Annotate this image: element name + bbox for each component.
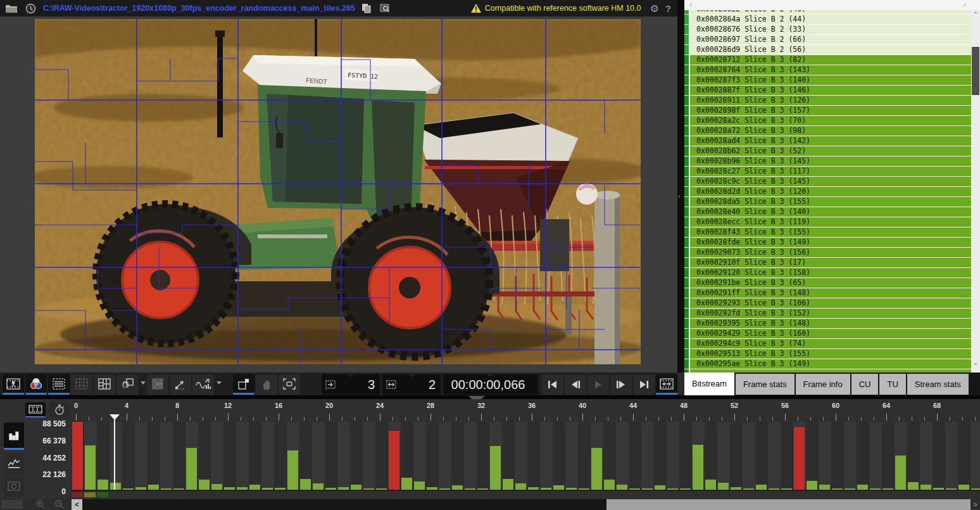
nal-unit-row[interactable]: 0x00028697 Slice B 2 (66) <box>684 35 971 45</box>
timeline-ruler[interactable]: 048121620242832364044485256606468 <box>72 400 980 421</box>
nal-unit-row[interactable]: 0x00028f43 Slice B 3 (155) <box>684 227 971 238</box>
collapse-panel-icon[interactable]: › <box>678 192 681 200</box>
nal-unit-row[interactable]: 0x00029293 Slice B 3 (106) <box>684 298 971 309</box>
nal-unit-row[interactable]: 0x00028d2d Slice B 3 (120) <box>684 187 971 197</box>
zoom-out-icon[interactable] <box>54 499 65 510</box>
frame-size-bar[interactable] <box>958 485 969 490</box>
nal-unit-row[interactable]: 0x000294c9 Slice B 3 (74) <box>684 339 971 349</box>
color-planes-button[interactable] <box>25 374 47 395</box>
nal-unit-row[interactable]: 0x00028712 Slice B 3 (82) <box>684 55 971 65</box>
nal-unit-row[interactable]: 0x000287f3 Slice B 3 (140) <box>684 75 971 86</box>
next-frame-button[interactable] <box>610 374 632 395</box>
file-path[interactable]: C:\RAW-Videos\tractor_1920x1080p_30fps_e… <box>43 4 355 13</box>
nal-unit-row[interactable]: 0x00029120 Slice B 3 (158) <box>684 268 971 278</box>
tab-tu[interactable]: TU <box>879 374 905 395</box>
frame-size-chart[interactable] <box>72 422 980 490</box>
frame-view-button[interactable] <box>3 374 24 395</box>
frame-size-bar[interactable] <box>908 482 919 490</box>
nal-unit-row[interactable]: 0x0002887f Slice B 3 (146) <box>684 86 971 96</box>
frame-size-bar[interactable] <box>553 485 564 490</box>
fit-to-window-button[interactable] <box>279 374 300 395</box>
frame-size-bar[interactable] <box>85 445 96 490</box>
nal-unit-row[interactable]: 0x0002864a Slice B 2 (44) <box>684 15 971 25</box>
scroll-right-button[interactable]: > <box>971 499 980 510</box>
nal-unit-row[interactable]: 0x00029429 Slice B 3 (160) <box>684 329 971 339</box>
frame-size-bar[interactable] <box>97 480 108 490</box>
tab-cu[interactable]: CU <box>851 374 879 395</box>
nal-unit-row[interactable]: 0x000295ae Slice B 3 (149) <box>684 359 971 369</box>
frame-size-bar[interactable] <box>313 483 324 490</box>
grid-view-button[interactable] <box>71 374 92 395</box>
tab-frame-stats[interactable]: Frame stats <box>736 374 795 395</box>
nal-unit-row[interactable]: 0x0002898f Slice B 3 (157) <box>684 106 971 116</box>
playhead-line[interactable] <box>114 416 115 490</box>
scroll-right-icon[interactable]: › <box>964 0 966 10</box>
frame-size-bar[interactable] <box>503 479 513 490</box>
frame-size-bar[interactable] <box>756 485 767 490</box>
waveform-stats-button[interactable] <box>192 374 214 395</box>
pan-hand-button[interactable] <box>256 374 277 395</box>
frame-size-bar[interactable] <box>705 480 716 490</box>
nal-unit-row[interactable]: 0x00028e40 Slice B 3 (140) <box>684 207 971 217</box>
nal-unit-row[interactable]: 0x00028a72 Slice B 3 (98) <box>684 126 971 136</box>
nal-unit-row[interactable]: 0x00029073 Slice B 3 (156) <box>684 248 971 258</box>
waveform-options-caret[interactable] <box>217 381 222 385</box>
nal-unit-row[interactable]: 0x00028b96 Slice B 3 (145) <box>684 156 971 167</box>
cu-partitions-button[interactable] <box>116 374 138 395</box>
nal-unit-row[interactable]: 0x000291ff Slice B 3 (148) <box>684 288 971 298</box>
frame-size-bar[interactable] <box>249 485 260 490</box>
nal-unit-row[interactable]: 0x00028911 Slice B 3 (126) <box>684 96 971 106</box>
frame-size-bar[interactable] <box>895 456 906 490</box>
frame-size-bar[interactable] <box>693 445 703 490</box>
frame-size-bar[interactable] <box>617 485 627 490</box>
timecode-field[interactable]: 00:00:00,066 <box>443 374 538 395</box>
frame-size-bar[interactable] <box>819 485 830 490</box>
frame-size-bar[interactable] <box>591 448 602 490</box>
nal-unit-row[interactable]: 0x00028c9c Slice B 3 (145) <box>684 177 971 187</box>
frame-size-bar[interactable] <box>300 479 311 490</box>
panel-splitter[interactable]: › <box>677 0 684 373</box>
frame-size-bar[interactable] <box>414 481 425 490</box>
nal-unit-row[interactable]: 0x00028676 Slice B 2 (33) <box>684 25 971 35</box>
nal-unit-row[interactable]: 0x000286d9 Slice B 2 (56) <box>684 45 971 55</box>
frame-size-bar[interactable] <box>857 485 868 490</box>
scroll-up-icon[interactable]: ⌃ <box>971 10 980 20</box>
nal-unit-row[interactable]: 0x00028b62 Slice B 3 (52) <box>684 146 971 156</box>
bitstream-nal-list[interactable]: 0x00028622 Slice B 2 (46)0x0002864a Slic… <box>684 10 971 373</box>
heatmap-view-button[interactable] <box>147 374 168 395</box>
nal-unit-row[interactable]: 0x00028fde Slice B 3 (149) <box>684 238 971 248</box>
playhead-marker[interactable] <box>110 414 120 420</box>
nal-unit-row[interactable]: 0x00029513 Slice B 3 (155) <box>684 349 971 359</box>
frame-size-bar[interactable] <box>920 485 931 490</box>
video-viewport[interactable]: FENDT FSTYD 12 <box>0 16 677 373</box>
last-frame-button[interactable] <box>633 374 655 395</box>
settings-gear-icon[interactable]: ⚙ <box>650 3 658 15</box>
play-button[interactable] <box>587 374 609 395</box>
display-order-field[interactable]: 2 <box>382 374 441 395</box>
frame-size-bar[interactable] <box>401 478 412 490</box>
timeline-scrollbar[interactable]: < > <box>0 499 980 510</box>
previous-frame-button[interactable] <box>565 374 586 395</box>
goto-frame-button[interactable] <box>656 374 677 395</box>
list-vscrollbar[interactable]: ⌃ ⌄ <box>971 10 980 373</box>
scroll-down-icon[interactable]: ⌄ <box>971 359 980 368</box>
frame-size-bar[interactable] <box>199 480 210 490</box>
nal-unit-row[interactable]: 0x00028ecc Slice B 3 (119) <box>684 217 971 227</box>
nal-unit-row[interactable]: 0x000292fd Slice B 3 (152) <box>684 309 971 319</box>
frame-size-bar[interactable] <box>287 450 298 490</box>
frame-size-bar[interactable] <box>186 448 197 490</box>
frame-size-bar-intra[interactable] <box>72 422 83 490</box>
tiles-view-button[interactable] <box>94 374 115 395</box>
nal-unit-row[interactable]: 0x00028c27 Slice B 3 (117) <box>684 167 971 177</box>
nal-unit-row[interactable]: 0x00028da5 Slice B 3 (155) <box>684 197 971 207</box>
frame-size-bar[interactable] <box>148 485 159 490</box>
nal-unit-row[interactable]: 0x000291be Slice B 3 (65) <box>684 278 971 288</box>
zoom-select-button[interactable] <box>233 374 254 395</box>
decode-order-field[interactable]: 3 <box>322 374 380 395</box>
scroll-left-button[interactable]: < <box>72 499 82 510</box>
frame-size-bar[interactable] <box>490 446 501 490</box>
nal-unit-row[interactable]: 0x00028a2c Slice B 3 (70) <box>684 116 971 126</box>
copy-info-icon[interactable] <box>359 2 374 15</box>
first-frame-button[interactable] <box>542 374 563 395</box>
frame-size-bar[interactable] <box>351 485 361 490</box>
